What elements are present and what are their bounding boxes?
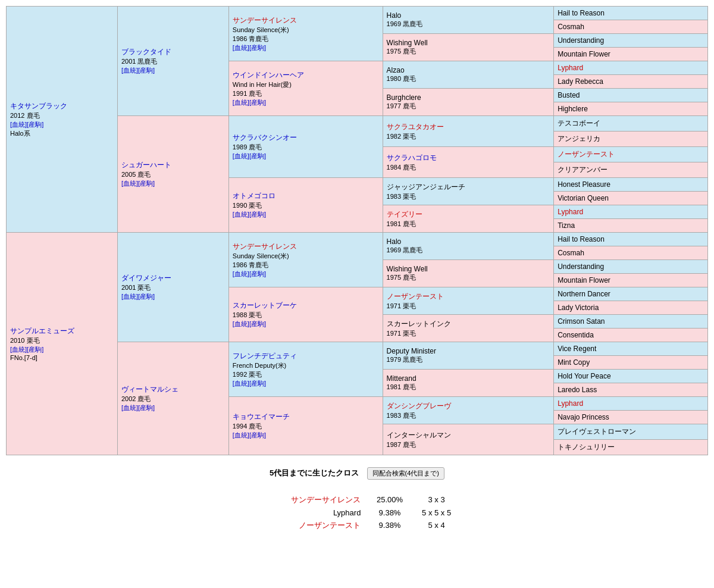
dam1-bloodline[interactable]: [血統][産駒] <box>121 179 225 188</box>
dam2-bloodline[interactable]: [血統][産駒] <box>121 404 225 412</box>
gg4-name[interactable]: オトメゴコロ <box>233 191 379 201</box>
gg8-name[interactable]: キョウエイマーチ <box>233 412 379 422</box>
dam1-name[interactable]: シュガーハート <box>121 160 225 170</box>
gggg17-name[interactable]: Cosmah <box>558 249 584 257</box>
gggg13-name[interactable]: Victorian Queen <box>558 194 609 202</box>
ggg0-year: 1969 黒鹿毛 <box>387 20 550 29</box>
dam1-year: 2005 鹿毛 <box>121 170 225 179</box>
gg5-cell: サンデーサイレンス Sunday Silence(米) 1986 青鹿毛 [血統… <box>228 233 383 287</box>
sire2-year: 2001 栗毛 <box>121 283 225 292</box>
sire1-name[interactable]: ブラックタイド <box>121 47 225 57</box>
gg1-name[interactable]: サンデーサイレンス <box>233 15 379 26</box>
gg3-cell: サクラバクシンオー 1989 鹿毛 [血統][産駒] <box>228 116 383 178</box>
main-horse: キタサンブラック 2012 鹿毛 [血統][産駒] Halo系 <box>7 7 118 233</box>
dam-horse-bloodline[interactable]: [血統][産駒] <box>10 345 114 354</box>
gggg28-name[interactable]: Lyphard <box>558 399 583 408</box>
gggg27-name[interactable]: Laredo Lass <box>558 386 597 394</box>
ggg15-name[interactable]: インターシャルマン <box>387 430 550 440</box>
gg6-name[interactable]: スカーレットブーケ <box>233 301 379 311</box>
ggg13-name[interactable]: Mitterand <box>387 374 550 383</box>
dam-horse-name[interactable]: サンプルエミューズ <box>10 326 114 336</box>
sire2-bloodline[interactable]: [血統][産駒] <box>121 292 225 301</box>
sire2-name[interactable]: ダイワメジャー <box>121 273 225 283</box>
ggg5-name[interactable]: サクラハゴロモ <box>387 153 550 163</box>
ggg5-cell: サクラハゴロモ 1984 鹿毛 <box>383 147 554 178</box>
ggg2-name[interactable]: Alzao <box>387 66 550 74</box>
gggg31-cell: トキノシュリリー <box>554 440 708 455</box>
gg4-bloodline[interactable]: [血統][産駒] <box>233 210 379 219</box>
gggg30-cell: プレイヴェストローマン <box>554 424 708 440</box>
cross-search-button[interactable]: 同配合検索(4代目まで) <box>367 467 444 480</box>
gggg30-name[interactable]: プレイヴェストローマン <box>558 427 636 436</box>
cross-gen-1: 3 x 3 <box>413 495 461 504</box>
ggg4-name[interactable]: サクラユタカオー <box>387 122 550 132</box>
ggg10-name[interactable]: ノーザンテースト <box>387 292 550 302</box>
gggg0-name[interactable]: Hail to Reason <box>558 9 605 17</box>
gg3-bloodline[interactable]: [血統][産駒] <box>233 152 379 161</box>
ggg1-name[interactable]: Wishing Well <box>387 39 550 47</box>
gggg31-name[interactable]: トキノシュリリー <box>558 443 615 451</box>
ggg3-cell: Burghclere 1977 鹿毛 <box>383 89 554 116</box>
gggg20-name[interactable]: Northern Dancer <box>558 290 610 298</box>
main-horse-bloodline[interactable]: [血統][産駒] <box>10 120 114 129</box>
dam2-name[interactable]: ヴィートマルシェ <box>121 384 225 395</box>
gggg22-name[interactable]: Crimson Satan <box>558 317 605 326</box>
gg5-name[interactable]: サンデーサイレンス <box>233 242 379 252</box>
gggg25-name[interactable]: Mint Copy <box>558 358 590 367</box>
ggg3-name[interactable]: Burghclere <box>387 93 550 102</box>
cross-name-3: ノーザンテースト <box>253 520 361 531</box>
gggg16-name[interactable]: Hail to Reason <box>558 235 605 243</box>
gg5-bloodline[interactable]: [血統][産駒] <box>233 270 379 279</box>
gggg1-name[interactable]: Cosmah <box>558 23 584 31</box>
gg6-bloodline[interactable]: [血統][産駒] <box>233 320 379 329</box>
gggg8-name[interactable]: テスコボーイ <box>558 119 600 127</box>
ggg12-name[interactable]: Deputy Minister <box>387 347 550 355</box>
gggg23-name[interactable]: Consentida <box>558 331 594 339</box>
ggg7-name[interactable]: テイズリー <box>387 209 550 220</box>
gggg6-name[interactable]: Busted <box>558 91 580 99</box>
gggg24-cell: Vice Regent <box>554 342 708 356</box>
gg2-name[interactable]: ウインドインハーヘア <box>233 70 379 80</box>
gggg5-name[interactable]: Lady Rebecca <box>558 77 603 86</box>
gggg2-name[interactable]: Understanding <box>558 36 604 45</box>
sire1-bloodline[interactable]: [血統][産駒] <box>121 66 225 75</box>
ggg2-cell: Alzao 1980 鹿毛 <box>383 61 554 89</box>
gggg12-cell: Honest Pleasure <box>554 178 708 192</box>
gggg3-name[interactable]: Mountain Flower <box>558 50 610 58</box>
gggg21-name[interactable]: Lady Victoria <box>558 304 599 312</box>
gg2-bloodline[interactable]: [血統][産駒] <box>233 98 379 107</box>
ggg11-name[interactable]: スカーレットインク <box>387 319 550 329</box>
gggg11-name[interactable]: クリアアンバー <box>558 165 607 174</box>
gggg3-cell: Mountain Flower <box>554 48 708 61</box>
main-horse-name[interactable]: キタサンブラック <box>10 101 114 111</box>
gggg19-name[interactable]: Mountain Flower <box>558 276 610 284</box>
gggg26-name[interactable]: Hold Your Peace <box>558 372 610 380</box>
cross-section: 5代目までに生じたクロス 同配合検索(4代目まで) サンデーサイレンス 25.0… <box>6 467 708 531</box>
gggg9-name[interactable]: アンジェリカ <box>558 135 600 143</box>
gggg14-name[interactable]: Lyphard <box>558 208 583 216</box>
gggg24-name[interactable]: Vice Regent <box>558 345 596 353</box>
ggg10-year: 1971 栗毛 <box>387 302 550 311</box>
gg3-name[interactable]: サクラバクシンオー <box>233 133 379 143</box>
ggg11-year: 1971 栗毛 <box>387 329 550 338</box>
gggg8-cell: テスコボーイ <box>554 116 708 132</box>
main-horse-year: 2012 鹿毛 <box>10 111 114 120</box>
ggg14-name[interactable]: ダンシングブレーヴ <box>387 401 550 411</box>
gggg4-name[interactable]: Lyphard <box>558 64 583 72</box>
ggg6-name[interactable]: ジャッジアンジェルーチ <box>387 182 550 192</box>
ggg9-name[interactable]: Wishing Well <box>387 265 550 273</box>
gggg12-name[interactable]: Honest Pleasure <box>558 180 610 189</box>
gg7-name[interactable]: フレンチデピュティ <box>233 351 379 361</box>
ggg8-cell: Halo 1969 黒鹿毛 <box>383 233 554 260</box>
gg8-bloodline[interactable]: [血統][産駒] <box>233 431 379 440</box>
gggg18-name[interactable]: Understanding <box>558 262 604 271</box>
gggg10-name[interactable]: ノーザンテースト <box>558 150 615 158</box>
gggg7-name[interactable]: Highclere <box>558 105 588 113</box>
gggg6-cell: Busted <box>554 89 708 102</box>
ggg8-name[interactable]: Halo <box>387 237 550 246</box>
gg7-bloodline[interactable]: [血統][産駒] <box>233 379 379 388</box>
ggg0-name[interactable]: Halo <box>387 11 550 20</box>
gggg29-name[interactable]: Navajo Princess <box>558 413 609 421</box>
gg1-bloodline[interactable]: [血統][産駒] <box>233 43 379 52</box>
gggg15-name[interactable]: Tizna <box>558 221 575 230</box>
